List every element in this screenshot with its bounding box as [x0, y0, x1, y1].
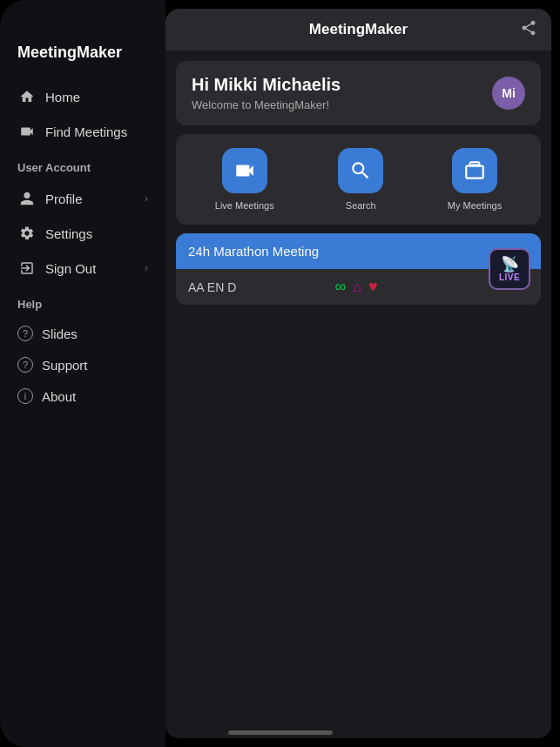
user-account-section-label: User Account	[0, 149, 165, 181]
sidebar-item-settings[interactable]: Settings	[0, 216, 165, 251]
content-area: Hi Mikki Michaelis Welcome to MeetingMak…	[165, 50, 551, 738]
sidebar-item-about-label: About	[42, 389, 76, 404]
video-icon	[17, 122, 37, 141]
sidebar-item-slides[interactable]: ? Slides	[0, 318, 165, 349]
sidebar-item-find-meetings[interactable]: Find Meetings	[0, 114, 165, 149]
meeting-row: AA EN D ∞ ⌂ ♥	[176, 269, 541, 305]
welcome-card: Hi Mikki Michaelis Welcome to MeetingMak…	[176, 61, 541, 125]
welcome-greeting: Hi Mikki Michaelis	[192, 75, 341, 95]
briefcase-icon-bg	[452, 148, 497, 193]
sidebar-item-slides-label: Slides	[42, 326, 78, 341]
question-icon-support: ?	[17, 357, 33, 373]
my-meetings-button[interactable]: My Meetings	[448, 148, 502, 211]
home-dot-icon: ⌂	[353, 279, 361, 295]
meetings-section: 24h Marathon Meeting AA EN D ∞ ⌂ ♥	[176, 233, 541, 305]
main-content: MeetingMaker Hi Mikki Michaelis Welcome …	[165, 9, 551, 738]
sidebar-item-support-label: Support	[42, 358, 88, 373]
sidebar-item-home-label: Home	[45, 90, 80, 104]
sidebar-item-settings-label: Settings	[45, 226, 92, 241]
search-icon-bg	[338, 148, 383, 193]
top-bar: MeetingMaker	[165, 9, 551, 50]
person-icon	[17, 189, 37, 208]
home-icon	[17, 87, 37, 106]
chevron-right-icon: ›	[145, 192, 148, 205]
meeting-highlighted[interactable]: 24h Marathon Meeting	[176, 233, 541, 269]
help-section-label: Help	[0, 286, 165, 318]
sidebar-item-find-meetings-label: Find Meetings	[45, 124, 127, 139]
search-label: Search	[346, 200, 376, 211]
sidebar-item-profile[interactable]: Profile ›	[0, 181, 165, 216]
sidebar-item-profile-label: Profile	[45, 192, 83, 206]
signout-icon	[17, 259, 37, 278]
action-buttons: Live Meetings Search My Meetings	[176, 134, 541, 225]
meetings-wrapper: 24h Marathon Meeting AA EN D ∞ ⌂ ♥ 📡 LIV…	[176, 233, 541, 305]
search-button[interactable]: Search	[338, 148, 383, 211]
sidebar-item-support[interactable]: ? Support	[0, 349, 165, 380]
live-meetings-button[interactable]: Live Meetings	[215, 148, 274, 211]
share-button[interactable]	[520, 19, 537, 41]
live-signal-icon: 📡	[501, 257, 519, 272]
sidebar-item-home[interactable]: Home	[0, 79, 165, 114]
info-icon: i	[17, 388, 33, 404]
gear-icon	[17, 224, 37, 243]
my-meetings-label: My Meetings	[448, 200, 502, 211]
live-badge: 📡 LIVE	[489, 248, 530, 290]
welcome-subtitle: Welcome to MeetingMaker!	[192, 98, 341, 111]
chevron-right-icon: ›	[145, 262, 148, 274]
camera-icon-bg	[222, 148, 267, 193]
live-text: LIVE	[499, 273, 520, 282]
sidebar-app-title: MeetingMaker	[0, 44, 165, 79]
avatar: Mi	[492, 77, 525, 110]
heart-icon: ♥	[368, 278, 378, 296]
question-icon-slides: ?	[17, 326, 33, 341]
sidebar: MeetingMaker Home Find Meetings User Acc…	[0, 0, 165, 747]
top-bar-title: MeetingMaker	[309, 21, 408, 38]
sidebar-item-about[interactable]: i About	[0, 380, 165, 412]
meeting-row-label: AA EN D	[188, 280, 236, 294]
welcome-text: Hi Mikki Michaelis Welcome to MeetingMak…	[192, 75, 341, 111]
live-meetings-label: Live Meetings	[215, 200, 274, 211]
sidebar-item-sign-out-label: Sign Out	[45, 261, 96, 276]
meeting-title: 24h Marathon Meeting	[188, 244, 319, 259]
meeting-row-icons: ∞ ⌂ ♥	[335, 278, 378, 296]
home-indicator	[228, 730, 333, 735]
infinity-icon: ∞	[335, 278, 347, 296]
sidebar-item-sign-out[interactable]: Sign Out ›	[0, 251, 165, 286]
